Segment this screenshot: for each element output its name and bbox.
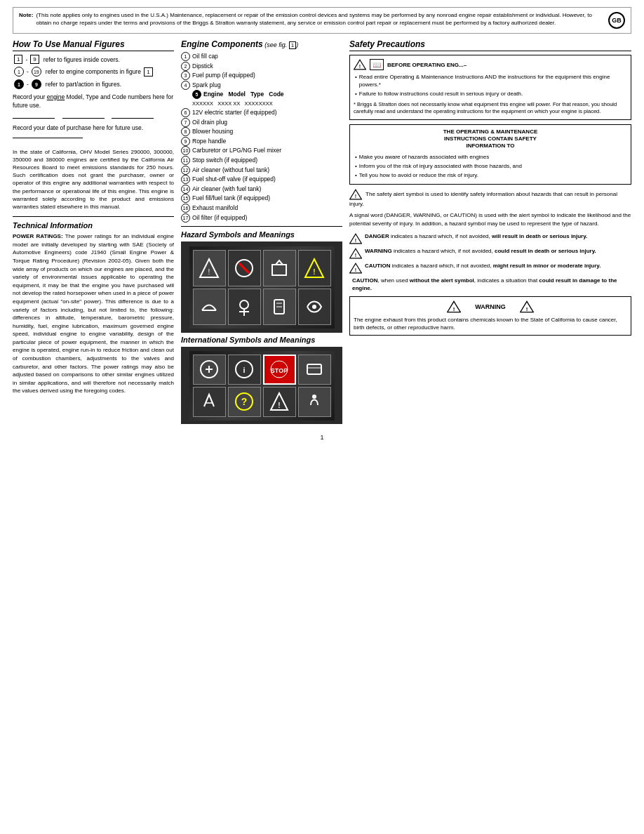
warning-text: WARNING indicates a hazard which, if not… (365, 247, 596, 255)
warning-right-icon: ! (520, 300, 534, 313)
warning-bottom-box: ! WARNING ! The engine exhaust from this… (349, 296, 631, 336)
comp-item-5: 5 Engine Model Type Code XXXXXX XXXX XX … (181, 90, 342, 108)
bullet-2: Failure to follow instructions could res… (355, 90, 627, 98)
figure-row-2: 1 - 19 refer to engine components in fig… (13, 67, 174, 77)
op-bullet-3: Tell you how to avoid or reduce the risk… (355, 171, 627, 179)
svg-text:!: ! (278, 402, 280, 409)
fig-bold-9: 9 (32, 79, 41, 89)
note-bar: Note: (This note applies only to engines… (13, 7, 631, 34)
svg-rect-22 (307, 364, 321, 374)
caution-icon: ! (349, 263, 362, 274)
california-text: In the state of California, OHV Model Se… (13, 148, 174, 211)
safety-alert-icon: ! (349, 189, 362, 200)
how-to-use-title: How To Use Manual Figures (13, 39, 174, 51)
comp-item-11: 11 Stop switch (if equipped) (181, 156, 342, 166)
row3-text: refer to part/action in figures. (46, 81, 121, 88)
code-field[interactable] (112, 118, 154, 119)
date-field[interactable] (13, 138, 83, 138)
danger-item: ! DANGER indicates a hazard which, if no… (349, 232, 631, 244)
model-fields (13, 113, 174, 120)
danger-text: DANGER indicates a hazard which, if not … (365, 232, 587, 240)
svg-point-29 (312, 395, 316, 399)
col-mid: Engine Components (see fig. 1) 1 Oil fil… (181, 39, 342, 427)
fig-ref-box: 1 (289, 41, 296, 49)
type-field[interactable] (62, 118, 105, 119)
power-ratings-label: POWER RATINGS: (13, 233, 63, 239)
how-to-use-title-text: How To Use Manual Figures (13, 39, 125, 49)
op-bullet-1: Make you aware of hazards associated wit… (355, 153, 627, 161)
warning-item: ! WARNING indicates a hazard which, if n… (349, 247, 631, 259)
warning-bottom-label: WARNING (475, 303, 506, 310)
before-operating-box: ! 📖 BEFORE OPERATING ENG...– Read entire… (349, 55, 631, 120)
component-list: 1 Oil fill cap 2 Dipstick 3 Fuel pump (i… (181, 52, 342, 223)
safety-footnote: * Briggs & Stratton does not necessarily… (354, 101, 627, 116)
note-text: (This note applies only to engines used … (36, 12, 603, 27)
main-content: How To Use Manual Figures 1 - 9 refer to… (13, 39, 631, 427)
tech-info-body: The power ratings for an individual engi… (13, 233, 174, 394)
intl-symbols-title: International Symbols and Meanings (181, 336, 342, 344)
row2-fig: 1 (144, 67, 152, 77)
record-date-text: Record your date of purchase here for fu… (13, 124, 174, 133)
intl-symbols-image: i STOP ? ! (181, 347, 342, 424)
figure-row-1: 1 - 9 refer to figures inside covers. (13, 55, 174, 64)
comp-item-7: 7 Oil drain plug (181, 118, 342, 128)
row2-text: refer to engine components in figure 1 (46, 67, 154, 77)
fig-circle-19: 19 (32, 67, 41, 77)
svg-text:!: ! (453, 306, 455, 312)
comp-item-1: 1 Oil fill cap (181, 52, 342, 62)
comp-item-10: 10 Carburetor or LPG/NG Fuel mixer (181, 146, 342, 156)
col-left: How To Use Manual Figures 1 - 9 refer to… (13, 39, 174, 395)
book-icon: 📖 (370, 59, 384, 70)
svg-text:!: ! (208, 268, 210, 276)
comp-item-14: 14 Air cleaner (with fuel tank) (181, 185, 342, 194)
comp-item-4: 4 Spark plug (181, 81, 342, 91)
svg-text:!: ! (355, 267, 356, 273)
model-field[interactable] (13, 118, 55, 119)
safety-title: Safety Precautions (349, 39, 631, 51)
op-bullet-2: Inform you of the risk of injury associa… (355, 162, 627, 170)
figure-row-3: 1 - 9 refer to part/action in figures. (13, 79, 174, 89)
operating-bullets: Make you aware of hazards associated wit… (354, 153, 627, 180)
fig-box-9: 9 (30, 55, 39, 64)
comp-item-3: 3 Fuel pump (if equipped) (181, 71, 342, 81)
svg-point-8 (240, 300, 248, 309)
before-operating-bullets: Read entire Operating & Maintenance Inst… (354, 73, 627, 98)
danger-icon: ! (349, 233, 362, 244)
safety-alert-paragraph: ! The safety alert symbol is used to ide… (349, 189, 631, 208)
before-operating-text: BEFORE OPERATING ENG...– (387, 62, 627, 68)
comp-item-16: 16 Exhaust manifold (181, 204, 342, 213)
record-model-text: Record your engine Model, Type and Code … (13, 93, 174, 110)
svg-text:!: ! (355, 238, 356, 244)
signal-word-text: A signal word (DANGER, WARNING, or CAUTI… (349, 211, 631, 227)
gb-badge: GB (608, 12, 625, 29)
engine-components-header: Engine Components (see fig. 1) (181, 39, 342, 49)
safety-header: ! 📖 BEFORE OPERATING ENG...– (354, 59, 627, 70)
svg-text:?: ? (241, 396, 248, 407)
comp-item-6: 6 12V electric starter (if equipped) (181, 108, 342, 118)
note-label: Note: (19, 12, 33, 20)
svg-text:!: ! (359, 64, 361, 70)
hazard-symbols-title: Hazard Symbols and Meanings (181, 230, 342, 239)
svg-text:STOP: STOP (271, 367, 288, 374)
warning-left-icon: ! (447, 300, 461, 313)
comp-item-8: 8 Blower housing (181, 127, 342, 137)
caution-item: ! CAUTION indicates a hazard which, if n… (349, 262, 631, 274)
fig-bold-1: 1 (14, 79, 24, 89)
svg-text:i: i (243, 366, 245, 374)
warning-bottom-text: The engine exhaust from this product con… (354, 316, 627, 331)
svg-rect-4 (272, 265, 286, 275)
hazard-symbols-image: ! ! (181, 241, 342, 333)
operating-title: THE OPERATING & MAINTENANCEINSTRUCTIONS … (354, 128, 627, 150)
comp-item-17: 17 Oil filter (if equipped) (181, 213, 342, 223)
col-right: Safety Precautions ! 📖 BEFORE OPERATING … (349, 39, 631, 336)
comp-item-2: 2 Dipstick (181, 62, 342, 72)
fig-circle-1: 1 (14, 67, 24, 77)
comp-item-15: 15 Fuel fill/fuel tank (if equipped) (181, 194, 342, 204)
caution-text: CAUTION indicates a hazard which, if not… (365, 262, 601, 270)
row1-text: refer to figures inside covers. (43, 56, 120, 63)
svg-text:!: ! (355, 253, 356, 258)
date-field-container (13, 135, 174, 143)
operating-box: THE OPERATING & MAINTENANCEINSTRUCTIONS … (349, 124, 631, 185)
fig-box-1: 1 (14, 55, 22, 64)
svg-line-3 (239, 263, 249, 273)
